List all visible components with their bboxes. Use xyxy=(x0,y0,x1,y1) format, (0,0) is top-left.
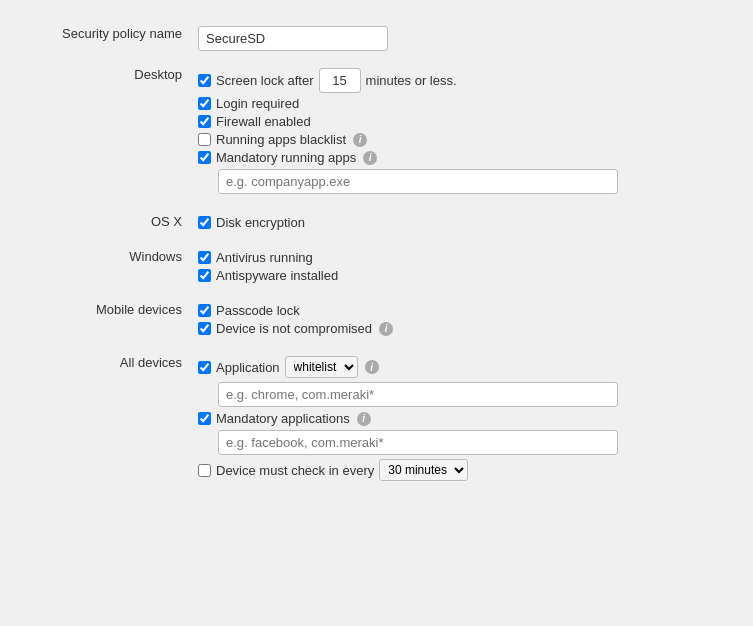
running-apps-blacklist-checkbox[interactable] xyxy=(198,133,211,146)
screen-lock-minutes-input[interactable] xyxy=(319,68,361,93)
security-policy-form: Security policy name Desktop Screen lock… xyxy=(20,20,733,490)
all-devices-row: All devices Application whitelist blackl… xyxy=(20,345,733,490)
passcode-lock-label[interactable]: Passcode lock xyxy=(216,303,300,318)
antivirus-row: Antivirus running xyxy=(198,250,725,265)
policy-name-label: Security policy name xyxy=(62,26,182,41)
device-not-compromised-info-icon: i xyxy=(379,322,393,336)
application-input[interactable] xyxy=(218,382,618,407)
running-apps-blacklist-label[interactable]: Running apps blacklist xyxy=(216,132,346,147)
mobile-devices-row: Mobile devices Passcode lock Device is n… xyxy=(20,292,733,345)
whitelist-select[interactable]: whitelist blacklist xyxy=(285,356,358,378)
device-not-compromised-label[interactable]: Device is not compromised xyxy=(216,321,372,336)
disk-encryption-checkbox[interactable] xyxy=(198,216,211,229)
login-required-checkbox[interactable] xyxy=(198,97,211,110)
mandatory-running-apps-input[interactable] xyxy=(218,169,618,194)
osx-row: OS X Disk encryption xyxy=(20,204,733,239)
policy-name-row: Security policy name xyxy=(20,20,733,57)
windows-row: Windows Antivirus running Antispyware in… xyxy=(20,239,733,292)
antispyware-label[interactable]: Antispyware installed xyxy=(216,268,338,283)
antispyware-row: Antispyware installed xyxy=(198,268,725,283)
device-check-in-checkbox[interactable] xyxy=(198,464,211,477)
device-not-compromised-row: Device is not compromised i xyxy=(198,321,725,336)
disk-encryption-row: Disk encryption xyxy=(198,215,725,230)
screen-lock-checkbox[interactable] xyxy=(198,74,211,87)
mobile-devices-label: Mobile devices xyxy=(96,302,182,317)
antivirus-label[interactable]: Antivirus running xyxy=(216,250,313,265)
application-label[interactable]: Application xyxy=(216,360,280,375)
all-devices-label: All devices xyxy=(120,355,182,370)
firewall-enabled-checkbox[interactable] xyxy=(198,115,211,128)
passcode-lock-checkbox[interactable] xyxy=(198,304,211,317)
antispyware-checkbox[interactable] xyxy=(198,269,211,282)
antivirus-checkbox[interactable] xyxy=(198,251,211,264)
device-check-in-label[interactable]: Device must check in every xyxy=(216,463,374,478)
windows-label: Windows xyxy=(129,249,182,264)
application-row: Application whitelist blacklist i xyxy=(198,356,725,378)
screen-lock-suffix: minutes or less. xyxy=(366,73,457,88)
login-required-row: Login required xyxy=(198,96,725,111)
device-not-compromised-checkbox[interactable] xyxy=(198,322,211,335)
mandatory-running-apps-input-wrapper xyxy=(218,169,725,194)
device-check-in-row: Device must check in every 30 minutes 1 … xyxy=(198,459,725,481)
check-in-interval-select[interactable]: 30 minutes 1 hour 4 hours 8 hours 1 day xyxy=(379,459,468,481)
mandatory-applications-label[interactable]: Mandatory applications xyxy=(216,411,350,426)
mandatory-applications-info-icon: i xyxy=(357,412,371,426)
desktop-label: Desktop xyxy=(134,67,182,82)
mandatory-applications-input[interactable] xyxy=(218,430,618,455)
login-required-label[interactable]: Login required xyxy=(216,96,299,111)
mandatory-applications-row: Mandatory applications i xyxy=(198,411,725,426)
mandatory-running-apps-info-icon: i xyxy=(363,151,377,165)
application-checkbox[interactable] xyxy=(198,361,211,374)
desktop-row: Desktop Screen lock after minutes or les… xyxy=(20,57,733,204)
mandatory-applications-input-wrapper xyxy=(218,430,725,455)
mandatory-running-apps-label[interactable]: Mandatory running apps xyxy=(216,150,356,165)
policy-name-input[interactable] xyxy=(198,26,388,51)
firewall-enabled-label[interactable]: Firewall enabled xyxy=(216,114,311,129)
mandatory-running-apps-checkbox[interactable] xyxy=(198,151,211,164)
running-apps-blacklist-info-icon: i xyxy=(353,133,367,147)
application-info-icon: i xyxy=(365,360,379,374)
passcode-lock-row: Passcode lock xyxy=(198,303,725,318)
disk-encryption-label[interactable]: Disk encryption xyxy=(216,215,305,230)
mandatory-applications-checkbox[interactable] xyxy=(198,412,211,425)
running-apps-blacklist-row: Running apps blacklist i xyxy=(198,132,725,147)
mandatory-running-apps-row: Mandatory running apps i xyxy=(198,150,725,165)
firewall-enabled-row: Firewall enabled xyxy=(198,114,725,129)
screen-lock-label[interactable]: Screen lock after xyxy=(216,73,314,88)
osx-label: OS X xyxy=(151,214,182,229)
application-input-wrapper xyxy=(218,382,725,407)
screen-lock-row: Screen lock after minutes or less. xyxy=(198,68,725,93)
